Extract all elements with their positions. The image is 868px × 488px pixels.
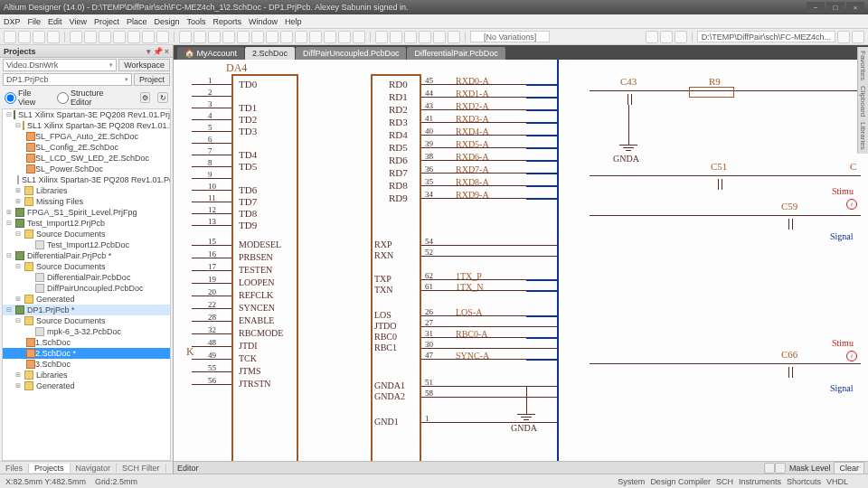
toolbar-button[interactable] bbox=[295, 31, 307, 43]
maximize-button[interactable]: □ bbox=[826, 2, 844, 13]
tree-item[interactable]: SL_LCD_SW_LED_2E.SchDoc bbox=[3, 153, 170, 164]
minimize-button[interactable]: − bbox=[807, 2, 825, 13]
toolbar-button[interactable] bbox=[309, 31, 322, 43]
project-dropdown[interactable]: DP1.PrjPcb bbox=[3, 73, 132, 86]
structure-editor-radio[interactable]: Structure Editor bbox=[57, 89, 126, 107]
toolbar-button[interactable] bbox=[390, 31, 402, 43]
panel-tab-sch filter[interactable]: SCH Filter bbox=[117, 464, 166, 473]
menu-window[interactable]: Window bbox=[249, 17, 278, 26]
side-tab[interactable]: Favorites bbox=[859, 51, 867, 80]
toolbar-button[interactable] bbox=[675, 31, 687, 43]
workspace-button[interactable]: Workspace bbox=[118, 59, 170, 71]
status-link[interactable]: Shortcuts bbox=[787, 477, 821, 486]
tree-item[interactable]: ⊞Generated bbox=[3, 380, 170, 391]
tree-item[interactable]: mpk-6_3-32.PcbDoc bbox=[3, 326, 170, 337]
panel-tab-files[interactable]: Files bbox=[0, 464, 29, 473]
side-tab[interactable]: Libraries bbox=[859, 122, 867, 150]
panel-close-icon[interactable]: × bbox=[165, 47, 169, 56]
project-button[interactable]: Project bbox=[134, 73, 170, 86]
toolbar-button[interactable] bbox=[448, 31, 460, 43]
panel-tab-navigator[interactable]: Navigator bbox=[71, 464, 118, 473]
toolbar-button[interactable] bbox=[142, 31, 155, 43]
doc-tab[interactable]: DiffPairUncoupled.PcbDoc bbox=[296, 47, 406, 60]
tree-item[interactable]: 2.SchDoc * bbox=[3, 348, 170, 359]
editor-tool-icon[interactable] bbox=[764, 463, 775, 474]
toolbar-button[interactable] bbox=[33, 31, 45, 43]
panel-settings-icon[interactable]: ⚙ bbox=[140, 92, 151, 103]
status-link[interactable]: SCH bbox=[716, 477, 733, 486]
tree-item[interactable]: ⊞Generated bbox=[3, 294, 170, 305]
tree-item[interactable]: ⊞FPGA_S1_Spirit_Level.PrjFpg bbox=[3, 207, 170, 218]
toolbar-button[interactable] bbox=[99, 31, 111, 43]
tree-item[interactable]: ⊟SL1 Xilinx Spartan-3E PQ208 Rev1.01.Sch… bbox=[3, 120, 170, 131]
toolbar-button[interactable] bbox=[324, 31, 336, 43]
tree-item[interactable]: SL_FPGA_Auto_2E.SchDoc bbox=[3, 131, 170, 142]
menu-place[interactable]: Place bbox=[127, 17, 147, 26]
tree-item[interactable]: DiffPairUncoupled.PcbDoc bbox=[3, 283, 170, 294]
panel-pin-icon[interactable]: 📌 bbox=[153, 47, 163, 56]
schematic-canvas[interactable]: DA4K1TD023TD14TD25TD367TD48TD5910TD611TD… bbox=[174, 60, 868, 461]
panel-tab-projects[interactable]: Projects bbox=[29, 464, 71, 473]
status-link[interactable]: Design Compiler bbox=[650, 477, 711, 486]
status-link[interactable]: System bbox=[618, 477, 645, 486]
path-field[interactable]: D:\TEMP\DiffPair\sch\FC-MEZ4ch... bbox=[697, 31, 835, 42]
menu-tools[interactable]: Tools bbox=[186, 17, 205, 26]
editor-tool-icon[interactable] bbox=[775, 463, 786, 474]
toolbar-button[interactable] bbox=[70, 31, 82, 43]
side-tab[interactable]: Clipboard bbox=[859, 86, 867, 117]
tree-item[interactable]: SL_Power.SchDoc bbox=[3, 164, 170, 174]
file-view-radio[interactable]: File View bbox=[5, 89, 50, 107]
tree-item[interactable]: ⊞Missing Files bbox=[3, 196, 170, 207]
toolbar-button[interactable] bbox=[353, 31, 365, 43]
toolbar-button[interactable] bbox=[251, 31, 264, 43]
tree-item[interactable]: ⊟Source Documents bbox=[3, 315, 170, 326]
panel-refresh-icon[interactable]: ↻ bbox=[157, 92, 168, 103]
tree-item[interactable]: DifferentialPair.PcbDoc bbox=[3, 272, 170, 283]
toolbar-button[interactable] bbox=[4, 31, 16, 43]
toolbar-button[interactable] bbox=[222, 31, 235, 43]
menu-help[interactable]: Help bbox=[285, 17, 302, 26]
tree-item[interactable]: ⊟DP1.PrjPcb * bbox=[3, 305, 170, 315]
panel-menu-icon[interactable]: ▾ bbox=[146, 47, 151, 56]
status-link[interactable]: VHDL bbox=[826, 477, 848, 486]
toolbar-button[interactable] bbox=[193, 31, 206, 43]
tree-item[interactable]: Test_Import12.PcbDoc bbox=[3, 239, 170, 250]
workspace-dropdown[interactable]: Video.DsnWrk bbox=[3, 59, 117, 71]
tree-item[interactable]: ⊞Libraries bbox=[3, 185, 170, 196]
right-tabs[interactable]: FavoritesClipboardLibraries bbox=[857, 47, 868, 154]
toolbar-button[interactable] bbox=[113, 31, 126, 43]
tree-item[interactable]: 3.SchDoc bbox=[3, 359, 170, 370]
tree-item[interactable]: SL1 Xilinx Spartan-3E PQ208 Rev1.01.PcbD… bbox=[3, 174, 170, 185]
project-tree[interactable]: ⊟SL1 Xilinx Spartan-3E PQ208 Rev1.01.Prj… bbox=[2, 108, 171, 461]
menu-edit[interactable]: Edit bbox=[48, 17, 62, 26]
tree-item[interactable]: ⊟SL1 Xilinx Spartan-3E PQ208 Rev1.01.Prj… bbox=[3, 109, 170, 120]
toolbar-button[interactable] bbox=[338, 31, 351, 43]
doc-tab[interactable]: 2.SchDoc bbox=[245, 47, 295, 60]
doc-tab[interactable]: 🏠 MyAccount bbox=[177, 47, 244, 60]
toolbar-button[interactable] bbox=[237, 31, 250, 43]
variations-dropdown[interactable]: [No Variations] bbox=[470, 31, 550, 42]
menu-design[interactable]: Design bbox=[154, 17, 179, 26]
toolbar-button[interactable] bbox=[127, 31, 140, 43]
tree-item[interactable]: ⊞Libraries bbox=[3, 370, 170, 380]
toolbar-button[interactable] bbox=[375, 31, 388, 43]
toolbar-button[interactable] bbox=[852, 31, 864, 43]
toolbar-button[interactable] bbox=[18, 31, 31, 43]
tree-item[interactable]: ⊟Source Documents bbox=[3, 261, 170, 272]
toolbar-button[interactable] bbox=[837, 31, 850, 43]
toolbar-button[interactable] bbox=[646, 31, 658, 43]
toolbar-button[interactable] bbox=[208, 31, 221, 43]
toolbar-button[interactable] bbox=[433, 31, 446, 43]
tree-item[interactable]: 1.SchDoc bbox=[3, 337, 170, 348]
toolbar-button[interactable] bbox=[156, 31, 169, 43]
tree-item[interactable]: ⊟DifferentialPair.PrjPcb * bbox=[3, 250, 170, 261]
toolbar-button[interactable] bbox=[404, 31, 417, 43]
toolbar-button[interactable] bbox=[419, 31, 431, 43]
toolbar-button[interactable] bbox=[660, 31, 673, 43]
tree-item[interactable]: ⊟Test_Import12.PrjPcb bbox=[3, 218, 170, 229]
menu-view[interactable]: View bbox=[70, 17, 87, 26]
doc-tab[interactable]: DifferentialPair.PcbDoc bbox=[407, 47, 505, 60]
toolbar-button[interactable] bbox=[47, 31, 60, 43]
toolbar-button[interactable] bbox=[179, 31, 192, 43]
status-link[interactable]: Instruments bbox=[739, 477, 781, 486]
